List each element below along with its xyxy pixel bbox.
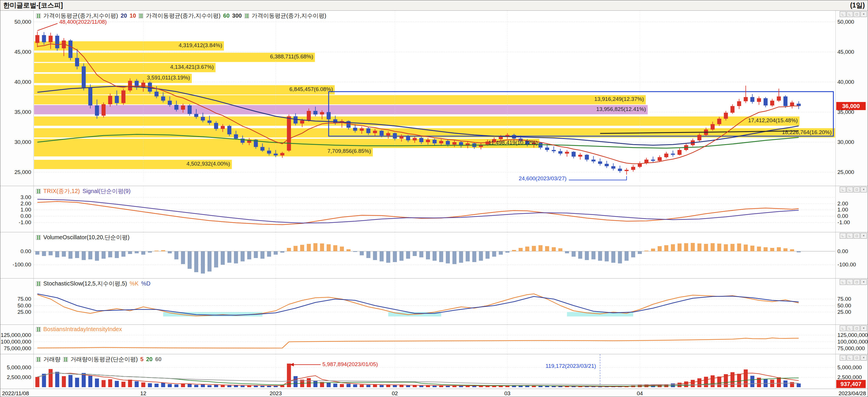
panel-control-button-1[interactable]: ∟ — [840, 355, 846, 361]
axis-label: 2.00 — [837, 200, 848, 207]
axis-label: 25.00 — [17, 309, 31, 315]
volume-profile-label: 17,412,204(15.48%) — [748, 117, 798, 124]
axis-label: 35,000 — [14, 109, 31, 115]
price-axis-left: 50,00045,00040,00035,00030,00025,000 — [0, 11, 34, 186]
panel-control-button-4[interactable]: × — [861, 279, 867, 285]
axis-label: 50,000 — [14, 19, 31, 25]
panel-control-button-2[interactable]: ∟ — [847, 355, 853, 361]
axis-label: 45,000 — [837, 49, 854, 55]
axis-label: 75.00 — [17, 296, 31, 302]
legend-intensity: BostiansIntradayIntensityIndex — [43, 326, 122, 333]
current-volume-badge: 937,407 — [836, 380, 866, 388]
axis-label: 2,500,000 — [837, 374, 862, 380]
volume-profile-label: 4,502,932(4.00%) — [186, 161, 230, 167]
axis-label: 50.00 — [17, 303, 31, 309]
indicator-icon[interactable] — [63, 357, 68, 362]
axis-label: 2.00 — [21, 200, 31, 207]
axis-label: 3.00 — [21, 194, 31, 200]
stochastic-chart — [34, 279, 835, 324]
axis-label: 1.00 — [837, 206, 848, 213]
legend-ma60-period: 60 — [223, 12, 229, 19]
legend-vma5-period: 5 — [140, 356, 144, 363]
legend-stochastic-d: %D — [141, 280, 150, 287]
stochastic-axis-right: 75.0050.0025.00∟∟□× — [835, 279, 868, 324]
indicator-icon[interactable] — [36, 189, 41, 194]
price-panel: 50,00045,00040,00035,00030,00025,000 4,3… — [0, 11, 868, 186]
legend-price-ma-b: 가격이동평균(종가,지수이평) — [146, 12, 220, 20]
legend-price-ma-c: 가격이동평균(종가,지수이평) — [252, 12, 327, 20]
volume-legend: 거래량 거래량이동평균(단순이평) 5 20 60 — [36, 356, 162, 363]
indicator-icon[interactable] — [36, 13, 41, 18]
time-axis: 2022/11/081220230203042023/04/28 — [0, 389, 868, 397]
volume-profile-label: 3,591,011(3.19%) — [147, 75, 190, 81]
legend-stochastic: StochasticSlow(12,5,지수이평,5) — [43, 280, 127, 287]
axis-label: 45,000 — [14, 49, 31, 55]
panel-control-button-2[interactable]: ∟ — [847, 325, 853, 331]
axis-label: 75,000,000 — [837, 345, 865, 352]
intensity-plot[interactable] — [34, 325, 835, 354]
oscillator-plot[interactable] — [34, 232, 835, 278]
panel-control-button-1[interactable]: ∟ — [840, 187, 846, 193]
panel-control-button-4[interactable]: × — [861, 233, 867, 239]
axis-label: 0.00 — [837, 213, 848, 219]
volume-profile-label: 6,845,457(6.08%) — [289, 86, 333, 92]
time-axis-label: 04 — [637, 390, 643, 397]
indicator-icon[interactable] — [244, 13, 249, 18]
panel-control-button-2[interactable]: ∟ — [847, 279, 853, 285]
panel-control-button-3[interactable]: □ — [854, 11, 860, 17]
panel-control-button-3[interactable]: □ — [854, 233, 860, 239]
indicator-icon[interactable] — [36, 235, 41, 240]
panel-control-button-3[interactable]: □ — [854, 279, 860, 285]
panel-control-button-1[interactable]: ∟ — [840, 325, 846, 331]
panel-control-button-4[interactable]: × — [861, 187, 867, 193]
time-axis-label: 03 — [504, 390, 510, 397]
axis-label: 75,000,000 — [4, 345, 31, 352]
price-plot[interactable]: 4,319,412(3.84%)6,388,711(5.68%)4,134,42… — [34, 11, 835, 186]
indicator-icon[interactable] — [138, 13, 143, 18]
indicator-icon[interactable] — [36, 357, 41, 362]
panel-control-button-3[interactable]: □ — [854, 325, 860, 331]
panel-control-button-3[interactable]: □ — [854, 187, 860, 193]
panel-control-button-1[interactable]: ∟ — [840, 11, 846, 17]
price-chart — [34, 11, 835, 186]
panel-control-button-1[interactable]: ∟ — [840, 233, 846, 239]
axis-label: -1.00 — [19, 219, 31, 226]
oscillator-axis-left: 0.00-100.00 — [0, 232, 34, 278]
stochastic-plot[interactable] — [34, 279, 835, 324]
panel-control-button-2[interactable]: ∟ — [847, 187, 853, 193]
legend-price-ma-a: 가격이동평균(종가,지수이평) — [43, 12, 118, 20]
panel-control-button-3[interactable]: □ — [854, 355, 860, 361]
volume-profile-label: 7,709,856(6.85%) — [328, 148, 371, 154]
time-axis-label: 12 — [140, 390, 146, 397]
panel-control-button-4[interactable]: × — [861, 325, 867, 331]
axis-label: 0.00 — [21, 213, 31, 219]
trix-plot[interactable] — [34, 186, 835, 232]
oscillator-axis-right: 0.00-100.00∟∟□× — [835, 232, 868, 278]
indicator-icon[interactable] — [36, 281, 41, 286]
intensity-legend: BostiansIntradayIntensityIndex — [36, 326, 122, 333]
legend-stochastic-k: %K — [130, 280, 138, 287]
panel-controls: ∟∟□× — [840, 325, 867, 331]
indicator-icon[interactable] — [36, 327, 41, 332]
panel-control-button-2[interactable]: ∟ — [847, 11, 853, 17]
price-axis-right: 36,00050,00045,00040,00035,00030,00025,0… — [835, 11, 868, 186]
panel-control-button-4[interactable]: × — [861, 355, 867, 361]
axis-label: 40,000 — [837, 79, 854, 85]
volume-axis-right: 937,4075,000,0002,500,000∟∟□× — [835, 354, 868, 389]
panel-control-button-1[interactable]: ∟ — [840, 279, 846, 285]
axis-label: 2,500,000 — [7, 374, 31, 380]
panel-control-button-2[interactable]: ∟ — [847, 233, 853, 239]
legend-volume-ma: 거래량이동평균(단순이평) — [70, 356, 137, 363]
time-axis-label: 2023/04/28 — [839, 390, 866, 397]
trix-legend: TRIX(종가,12) Signal(단순이평(9) — [36, 187, 130, 195]
legend-vma60-period: 60 — [155, 356, 162, 363]
legend-ma20-period: 20 — [121, 12, 127, 19]
window-title: 한미글로벌-[코스피] — [3, 1, 63, 10]
legend-trix-signal: Signal(단순이평(9) — [83, 187, 131, 195]
axis-label: 5,000,000 — [7, 364, 31, 371]
legend-volume: 거래량 — [43, 356, 61, 363]
axis-label: 0.00 — [837, 248, 848, 255]
price-legend: 가격이동평균(종가,지수이평) 20 10 가격이동평균(종가,지수이평) 60… — [36, 12, 327, 20]
panel-control-button-4[interactable]: × — [861, 11, 867, 17]
axis-label: 100,000,000 — [837, 339, 868, 345]
